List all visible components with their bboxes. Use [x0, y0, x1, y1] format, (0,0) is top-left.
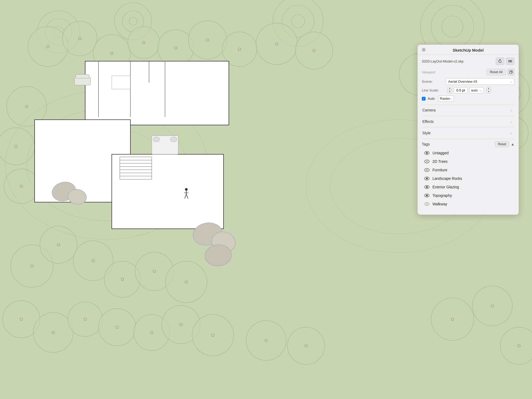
- svg-rect-124: [76, 74, 89, 78]
- tag-name: Topography: [432, 193, 452, 198]
- tag-item: Landscape Rocks: [422, 174, 514, 183]
- link-button[interactable]: [506, 57, 514, 65]
- svg-point-65: [33, 313, 73, 352]
- line-scale-unit-arrow: ⌄: [480, 89, 482, 92]
- svg-rect-92: [85, 61, 229, 125]
- tag-item: Exterior Glazing: [422, 183, 514, 191]
- svg-point-29: [256, 23, 298, 65]
- svg-point-79: [287, 327, 325, 364]
- camera-chevron: ⌄: [508, 107, 514, 113]
- tags-reset-button[interactable]: Reset: [495, 141, 509, 147]
- svg-rect-94: [112, 154, 224, 229]
- line-scale-down[interactable]: ▼: [448, 90, 452, 93]
- effects-label: Effects: [422, 119, 508, 124]
- svg-point-108: [185, 188, 188, 191]
- svg-point-138: [426, 169, 428, 171]
- tag-item: Untagged: [422, 149, 514, 157]
- svg-point-11: [442, 16, 463, 37]
- tag-name: Exterior Glazing: [432, 185, 459, 189]
- panel-toolbar: 2020-LayOut-Model-v2.skp: [418, 55, 519, 66]
- svg-point-17: [63, 21, 97, 56]
- svg-point-8: [129, 17, 137, 25]
- svg-point-23: [158, 30, 194, 66]
- eye-visibility-toggle[interactable]: [424, 176, 430, 181]
- copy-viewport-button[interactable]: [508, 69, 514, 76]
- effects-chevron: ⌄: [508, 118, 514, 125]
- line-scale-row: Line Scale: ▲ ▼ auto ⌄ ▲ ▼: [422, 87, 514, 93]
- svg-point-2: [291, 15, 305, 28]
- panel-titlebar: SketchUp Model: [418, 45, 519, 55]
- render-mode-arrow: ⌄: [450, 97, 452, 100]
- panel-dot: [422, 48, 426, 52]
- tags-row: Tags Reset ▲: [422, 139, 514, 149]
- reset-all-button[interactable]: Reset All: [486, 69, 506, 75]
- line-scale-unit-stepper[interactable]: ▲ ▼: [486, 87, 491, 93]
- svg-point-10: [431, 5, 474, 48]
- line-scale-unit-value: auto: [471, 88, 478, 92]
- eye-visibility-toggle[interactable]: [424, 184, 430, 190]
- svg-point-136: [426, 161, 428, 163]
- svg-rect-100: [109, 61, 120, 62]
- svg-point-69: [98, 309, 136, 346]
- line-scale-up[interactable]: ▲: [448, 87, 452, 90]
- auto-row: ✓ Auto Raster ⌄: [422, 95, 514, 102]
- file-name: 2020-LayOut-Model-v2.skp: [422, 59, 494, 63]
- line-scale-stepper[interactable]: ▲ ▼: [447, 87, 452, 93]
- effects-section[interactable]: Effects ⌄: [422, 116, 514, 127]
- scene-select-ctrl: Aerial Overview #3 ⌄: [446, 78, 514, 85]
- svg-point-67: [68, 302, 102, 336]
- style-chevron: ⌄: [508, 130, 514, 136]
- tag-item: Furniture: [422, 166, 514, 174]
- viewport-label: Viewport: [422, 70, 486, 74]
- auto-label: Auto: [428, 97, 435, 101]
- tag-name: Furniture: [432, 168, 447, 172]
- svg-point-142: [426, 186, 428, 188]
- eye-visibility-toggle[interactable]: [424, 193, 430, 198]
- eye-visibility-toggle[interactable]: [424, 201, 430, 207]
- svg-point-85: [500, 327, 532, 364]
- tag-name: 2D Trees: [432, 159, 448, 164]
- svg-point-21: [128, 27, 160, 59]
- camera-section[interactable]: Camera ⌄: [422, 104, 514, 116]
- svg-point-15: [28, 27, 68, 66]
- svg-point-31: [295, 32, 333, 69]
- scene-label: Scene:: [422, 80, 446, 84]
- svg-point-144: [426, 195, 428, 197]
- unit-down[interactable]: ▼: [486, 90, 491, 93]
- style-section[interactable]: Style ⌄: [422, 127, 514, 139]
- tag-name: Landscape Rocks: [432, 176, 462, 181]
- svg-point-57: [104, 261, 141, 297]
- line-scale-unit-select[interactable]: auto ⌄: [469, 87, 484, 93]
- tag-item: Walkway: [422, 200, 514, 208]
- refresh-button[interactable]: [496, 57, 504, 65]
- line-scale-label: Line Scale:: [422, 88, 446, 92]
- line-scale-input[interactable]: [454, 87, 468, 93]
- tags-list: Untagged 2D Trees Furniture Landscape Ro…: [422, 149, 514, 208]
- tags-collapse-button[interactable]: ▲: [511, 142, 514, 146]
- eye-visibility-toggle[interactable]: [424, 167, 430, 173]
- svg-point-140: [426, 178, 428, 180]
- panel-title: SketchUp Model: [453, 48, 484, 52]
- render-mode-value: Raster: [440, 97, 450, 101]
- svg-rect-101: [133, 61, 144, 62]
- camera-label: Camera: [422, 108, 508, 112]
- svg-point-49: [4, 169, 39, 203]
- viewport-row: Viewport Reset All: [422, 69, 514, 76]
- scene-value: Aerial Overview #3: [448, 80, 477, 84]
- unit-up[interactable]: ▲: [486, 87, 491, 90]
- svg-rect-127: [153, 137, 160, 142]
- scene-select-arrow: ⌄: [510, 80, 512, 83]
- tag-item: Topography: [422, 191, 514, 200]
- svg-point-146: [426, 203, 428, 205]
- svg-point-134: [426, 152, 428, 154]
- svg-rect-129: [509, 60, 510, 62]
- tag-name: Untagged: [432, 151, 449, 155]
- eye-visibility-toggle[interactable]: [424, 159, 430, 164]
- eye-visibility-toggle[interactable]: [424, 150, 430, 156]
- sketchup-panel: SketchUp Model 2020-LayOut-Model-v2.skp …: [418, 45, 519, 215]
- render-mode-select[interactable]: Raster ⌄: [438, 95, 454, 102]
- svg-rect-132: [510, 71, 512, 73]
- svg-point-83: [472, 286, 512, 326]
- scene-select[interactable]: Aerial Overview #3 ⌄: [446, 78, 514, 85]
- auto-checkbox[interactable]: ✓: [422, 97, 426, 101]
